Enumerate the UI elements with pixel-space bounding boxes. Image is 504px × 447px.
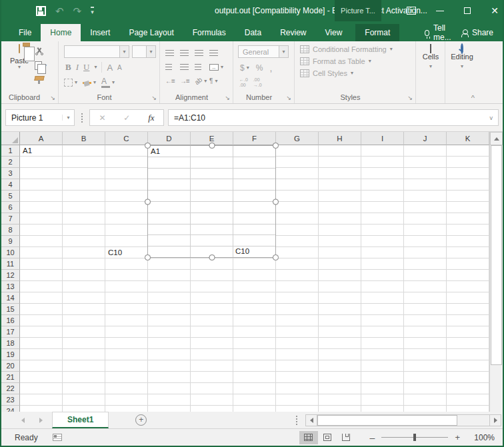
scroll-right-icon[interactable] (489, 414, 501, 426)
resize-handle-bottom-right[interactable] (273, 254, 279, 260)
italic-button[interactable]: I (76, 62, 79, 73)
row-header-6[interactable]: 6 (1, 202, 20, 213)
column-header-C[interactable]: C (105, 132, 148, 145)
decrease-indent-icon[interactable]: ←≡ (165, 77, 180, 85)
text-direction-icon[interactable]: ¶ (209, 77, 213, 85)
normal-view-button[interactable] (299, 431, 318, 444)
row-header-4[interactable]: 4 (1, 179, 20, 191)
row-header-5[interactable]: 5 (1, 191, 20, 202)
new-sheet-icon[interactable]: + (135, 414, 147, 426)
borders-dropdown-icon[interactable]: ▾ (75, 80, 77, 85)
tab-page-layout[interactable]: Page Layout (119, 24, 183, 41)
select-all-corner[interactable] (1, 132, 20, 145)
cell-A1[interactable]: A1 (23, 145, 32, 157)
align-center-icon[interactable] (180, 64, 189, 70)
column-header-K[interactable]: K (447, 132, 489, 145)
horizontal-scrollbar[interactable] (296, 412, 503, 428)
number-format-combo[interactable]: General ▾ (238, 45, 289, 58)
fill-color-dropdown-icon[interactable]: ▾ (93, 80, 96, 85)
resize-handle-top-middle[interactable] (209, 143, 215, 149)
column-header-H[interactable]: H (319, 132, 361, 145)
row-header-16[interactable]: 16 (1, 315, 20, 326)
tab-insert[interactable]: Insert (81, 24, 119, 41)
page-break-view-button[interactable] (337, 431, 355, 444)
column-header-I[interactable]: I (361, 132, 404, 145)
font-color-dropdown-icon[interactable]: ▾ (112, 80, 115, 85)
font-name-dropdown-icon[interactable]: ▾ (123, 49, 125, 55)
row-header-15[interactable]: 15 (1, 304, 20, 315)
row-header-17[interactable]: 17 (1, 326, 20, 338)
align-right-icon[interactable] (195, 64, 201, 70)
row-header-23[interactable]: 23 (1, 394, 20, 406)
maximize-icon[interactable] (464, 7, 471, 14)
tab-formulas[interactable]: Formulas (183, 24, 235, 41)
row-header-12[interactable]: 12 (1, 270, 20, 281)
format-as-table-button[interactable]: Format as Table ▾ (300, 57, 415, 65)
row-header-24[interactable]: 24 (1, 406, 20, 412)
vertical-scrollbar[interactable] (489, 132, 503, 412)
cell-styles-button[interactable]: Cell Styles ▾ (300, 69, 415, 77)
percent-button[interactable]: % (256, 63, 263, 73)
scroll-up-icon[interactable] (490, 132, 503, 145)
align-left-icon[interactable] (165, 64, 172, 70)
row-header-3[interactable]: 3 (1, 168, 20, 179)
alignment-dialog-launcher-icon[interactable]: ↘ (225, 95, 230, 101)
comma-button[interactable]: , (269, 63, 272, 73)
font-size-combo[interactable]: ▾ (132, 45, 156, 58)
row-header-18[interactable]: 18 (1, 338, 20, 349)
resize-handle-bottom-left[interactable] (145, 254, 151, 260)
currency-dropdown-icon[interactable]: ▾ (247, 65, 249, 71)
close-icon[interactable]: ✕ (491, 5, 499, 16)
row-header-20[interactable]: 20 (1, 360, 20, 372)
row-header-14[interactable]: 14 (1, 292, 20, 304)
page-layout-view-button[interactable] (318, 431, 337, 444)
horizontal-scroll-track[interactable] (317, 414, 489, 426)
previous-sheet-icon[interactable] (21, 418, 25, 423)
paste-dropdown-icon[interactable]: ▾ (6, 65, 33, 70)
wrap-text-icon[interactable] (209, 50, 218, 56)
resize-handle-bottom-middle[interactable] (209, 254, 215, 260)
tell-me-box[interactable]: Tell me... (418, 24, 461, 41)
decrease-decimal-button[interactable]: .00 →.0 (253, 77, 262, 89)
vertical-scroll-thumb[interactable] (491, 145, 502, 365)
column-header-D[interactable]: D (148, 132, 191, 145)
column-header-G[interactable]: G (276, 132, 319, 145)
tab-home[interactable]: Home (41, 24, 81, 41)
row-header-1[interactable]: 1 (1, 145, 20, 157)
number-format-dropdown-icon[interactable]: ▾ (282, 49, 285, 55)
expand-formula-bar-icon[interactable]: v (490, 115, 493, 121)
zoom-out-icon[interactable]: – (370, 432, 375, 443)
row-header-22[interactable]: 22 (1, 383, 20, 394)
collapse-ribbon-icon[interactable]: ^ (471, 94, 475, 102)
cell-C10[interactable]: C10 (108, 247, 122, 258)
zoom-slider[interactable] (381, 437, 448, 438)
borders-icon[interactable] (64, 79, 73, 87)
insert-function-icon[interactable]: fx (148, 113, 154, 123)
tab-file[interactable]: File (9, 24, 41, 41)
tab-format[interactable]: Format (355, 24, 399, 41)
align-bottom-icon[interactable] (195, 50, 203, 56)
currency-button[interactable]: $ (240, 63, 245, 73)
row-header-19[interactable]: 19 (1, 349, 20, 360)
number-dialog-launcher-icon[interactable]: ↘ (286, 95, 291, 101)
resize-handle-middle-right[interactable] (273, 199, 279, 205)
font-name-combo[interactable]: ▾ (64, 45, 129, 58)
increase-indent-icon[interactable]: →≡ (180, 77, 195, 85)
ribbon-display-options-icon[interactable]: ↑ (407, 7, 416, 15)
zoom-slider-thumb[interactable] (413, 434, 416, 441)
row-header-13[interactable]: 13 (1, 281, 20, 292)
name-box[interactable]: Picture 1 ▾ (5, 109, 75, 126)
customize-qat-icon[interactable]: ▾ (91, 7, 94, 15)
tab-view[interactable]: View (316, 24, 352, 41)
underline-button[interactable]: U (83, 62, 89, 73)
column-header-A[interactable]: A (20, 132, 63, 145)
share-button[interactable]: Share (461, 24, 493, 41)
cells-button[interactable]: Cells ▾ (418, 45, 443, 93)
font-dialog-launcher-icon[interactable]: ↘ (151, 95, 157, 101)
resize-handle-top-right[interactable] (273, 143, 279, 149)
next-sheet-icon[interactable] (39, 418, 43, 423)
redo-icon[interactable]: ↷ (73, 6, 82, 16)
sheet-tab-sheet1[interactable]: Sheet1 (52, 412, 109, 428)
copy-icon[interactable] (35, 61, 42, 70)
column-header-B[interactable]: B (63, 132, 105, 145)
